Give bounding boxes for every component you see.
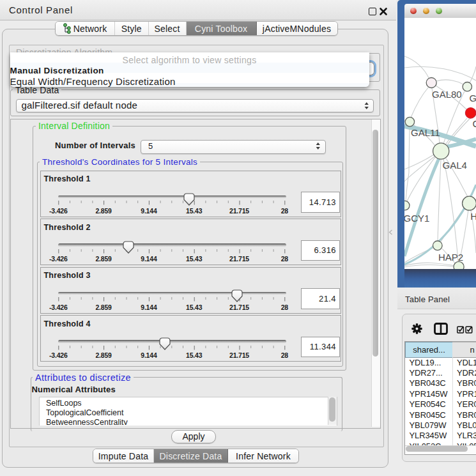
svg-text:GAL80: GAL80 xyxy=(432,89,462,100)
svg-text:GAL4: GAL4 xyxy=(443,160,467,171)
svg-text:GA: GA xyxy=(470,93,476,104)
svg-text:HAP2: HAP2 xyxy=(438,252,463,263)
svg-text:GCY1: GCY1 xyxy=(404,213,429,224)
svg-text:GAL11: GAL11 xyxy=(411,127,440,138)
svg-text:H: H xyxy=(470,211,476,222)
svg-text:CD: CD xyxy=(473,118,476,129)
